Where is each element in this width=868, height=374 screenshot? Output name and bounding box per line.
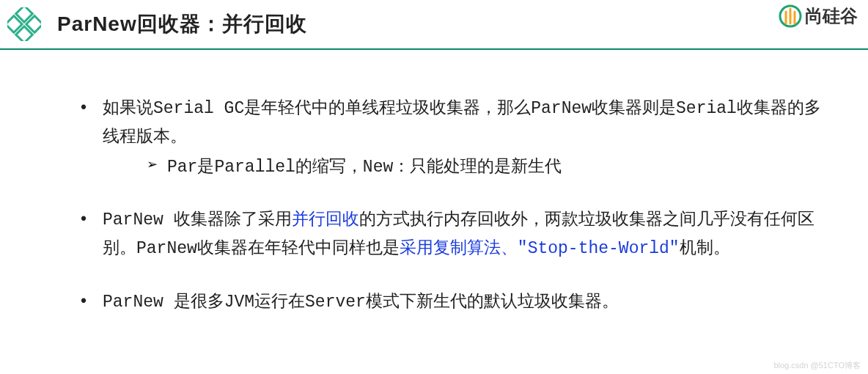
text-segment: 模式下新生代的默认垃圾收集器。 [366, 291, 619, 310]
text-segment: Serial GC [153, 99, 244, 118]
slide-content: 如果说Serial GC是年轻代中的单线程垃圾收集器，那么ParNew收集器则是… [0, 50, 868, 316]
text-segment: Server [305, 293, 366, 312]
text-segment: JVM [224, 293, 254, 312]
slide-title: ParNew回收器：并行回收 [57, 10, 307, 38]
text-segment: ParNew [136, 239, 197, 258]
brand-icon [779, 4, 802, 28]
bullet-item: ParNew 收集器除了采用并行回收的方式执行内存回收外，两款垃圾收集器之间几乎… [73, 205, 824, 263]
sub-bullet-item: Par是Parallel的缩写，New：只能处理的是新生代 [103, 153, 824, 181]
text-segment: New [363, 158, 393, 177]
text-segment: 是很多 [174, 291, 224, 310]
text-segment: Serial [676, 99, 737, 118]
text-segment: 运行在 [254, 291, 305, 310]
text-segment: ：只能处理的是新生代 [393, 156, 562, 175]
text-segment: 收集器在年轻代中同样也是 [197, 238, 400, 257]
brand-text: 尚硅谷 [805, 4, 858, 28]
bullet-item: 如果说Serial GC是年轻代中的单线程垃圾收集器，那么ParNew收集器则是… [73, 94, 824, 180]
diamond-icon [7, 7, 41, 41]
text-segment: 、 [501, 238, 518, 257]
text-segment: 是年轻代中的单线程垃圾收集器，那么 [244, 98, 531, 117]
text-segment: 是 [197, 156, 214, 175]
watermark: blog.csdn @51CTO博客 [773, 360, 861, 371]
slide-header: ParNew回收器：并行回收 尚硅谷 [0, 0, 868, 50]
text-segment: 并行回收 [292, 209, 359, 228]
brand-logo: 尚硅谷 [779, 4, 858, 28]
text-segment: "Stop-the-World" [518, 239, 680, 258]
text-segment: ParNew [531, 99, 592, 118]
text-segment: 收集器除了采用 [174, 209, 292, 228]
text-segment: ParNew [103, 293, 174, 312]
text-segment: Parallel [214, 158, 295, 177]
text-segment: 如果说 [103, 98, 153, 117]
text-segment: 的缩写， [295, 156, 363, 175]
text-segment: 采用复制算法 [400, 238, 501, 257]
text-segment: ParNew [103, 210, 174, 230]
bullet-item: ParNew 是很多JVM运行在Server模式下新生代的默认垃圾收集器。 [73, 287, 824, 316]
text-segment: 机制。 [680, 238, 730, 257]
text-segment: Par [167, 158, 197, 177]
text-segment: 收集器则是 [592, 98, 676, 117]
